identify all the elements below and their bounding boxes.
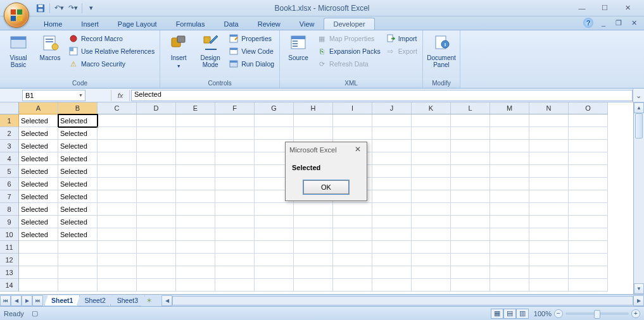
cell[interactable] (176, 140, 215, 152)
cell[interactable] (372, 228, 412, 241)
cell[interactable] (569, 127, 608, 140)
cell[interactable] (569, 140, 608, 152)
cell[interactable] (451, 254, 490, 266)
cell[interactable] (294, 228, 333, 241)
cell[interactable] (98, 241, 137, 254)
cell[interactable] (529, 140, 569, 152)
fx-icon[interactable]: fx (111, 90, 130, 101)
undo-icon[interactable]: ↶▾ (53, 2, 65, 15)
cell[interactable] (569, 114, 608, 127)
row-header[interactable]: 3 (0, 140, 18, 152)
cell[interactable]: Selected (19, 165, 58, 178)
page-layout-view-icon[interactable]: ▤ (503, 309, 516, 319)
cell[interactable] (490, 178, 529, 190)
cell[interactable] (333, 127, 372, 140)
cell[interactable] (569, 152, 608, 165)
select-all-corner[interactable] (0, 102, 19, 114)
cell[interactable] (176, 279, 215, 292)
cell[interactable] (490, 216, 529, 228)
cell[interactable] (215, 127, 255, 140)
cell[interactable] (372, 279, 412, 292)
cell[interactable] (490, 140, 529, 152)
cell[interactable]: Selected (19, 228, 58, 241)
cell[interactable] (333, 228, 372, 241)
cell[interactable] (137, 127, 176, 140)
cell[interactable] (255, 254, 294, 266)
cell[interactable] (372, 203, 412, 216)
cell[interactable] (255, 216, 294, 228)
cell[interactable] (176, 216, 215, 228)
cell[interactable] (255, 114, 294, 127)
cell[interactable] (176, 228, 215, 241)
insert-controls-button[interactable]: Insert▼ (164, 33, 193, 70)
cell[interactable] (98, 216, 137, 228)
cell[interactable]: Selected (58, 190, 98, 203)
cell[interactable] (412, 266, 451, 279)
cell[interactable]: Selected (58, 127, 98, 140)
cell[interactable] (294, 114, 333, 127)
cell[interactable] (529, 279, 569, 292)
cell[interactable]: Selected (58, 203, 98, 216)
page-break-view-icon[interactable]: ▥ (516, 309, 529, 319)
cell[interactable] (58, 266, 98, 279)
cell[interactable] (412, 140, 451, 152)
cell[interactable] (333, 216, 372, 228)
cell[interactable] (412, 114, 451, 127)
tab-data[interactable]: Data (214, 18, 248, 30)
scroll-right-icon[interactable]: ▶ (633, 295, 644, 306)
cell[interactable] (451, 190, 490, 203)
column-header[interactable]: K (412, 102, 451, 114)
column-header[interactable]: L (451, 102, 490, 114)
zoom-in-icon[interactable]: + (631, 309, 640, 318)
cell[interactable]: Selected (19, 127, 58, 140)
cell[interactable] (294, 203, 333, 216)
cell[interactable] (137, 254, 176, 266)
cell[interactable] (529, 127, 569, 140)
cell[interactable]: Selected (58, 216, 98, 228)
cell[interactable] (215, 279, 255, 292)
cell[interactable]: Selected (58, 178, 98, 190)
row-header[interactable]: 8 (0, 203, 18, 216)
row-header[interactable]: 11 (0, 241, 18, 254)
cell[interactable] (98, 190, 137, 203)
cell[interactable] (451, 127, 490, 140)
cell[interactable] (137, 279, 176, 292)
row-header[interactable]: 7 (0, 190, 18, 203)
cell[interactable] (529, 228, 569, 241)
cell[interactable] (529, 114, 569, 127)
cell[interactable]: Selected (58, 165, 98, 178)
column-header[interactable]: C (98, 102, 137, 114)
visual-basic-button[interactable]: Visual Basic (4, 33, 33, 68)
cell[interactable]: Selected (58, 140, 98, 152)
cell[interactable] (176, 266, 215, 279)
cell[interactable] (176, 241, 215, 254)
cell[interactable] (569, 165, 608, 178)
close-icon[interactable]: ✕ (619, 3, 636, 14)
cell[interactable] (98, 178, 137, 190)
column-header[interactable]: B (58, 102, 98, 114)
cell[interactable] (19, 254, 58, 266)
cell[interactable] (490, 254, 529, 266)
cell[interactable] (98, 266, 137, 279)
cell[interactable] (451, 203, 490, 216)
cell[interactable] (215, 165, 255, 178)
expansion-packs-button[interactable]: ⎘Expansion Packs (315, 46, 382, 57)
cell[interactable] (215, 152, 255, 165)
cell[interactable] (372, 266, 412, 279)
cell[interactable] (98, 279, 137, 292)
cell[interactable] (333, 254, 372, 266)
cell[interactable]: Selected (19, 216, 58, 228)
cell[interactable] (451, 165, 490, 178)
cell[interactable] (372, 178, 412, 190)
cell[interactable] (294, 254, 333, 266)
cell[interactable] (490, 165, 529, 178)
column-header[interactable]: A (19, 102, 58, 114)
row-header[interactable]: 5 (0, 165, 18, 178)
cell[interactable] (333, 203, 372, 216)
cell[interactable] (372, 114, 412, 127)
cell[interactable] (294, 241, 333, 254)
cell[interactable] (451, 279, 490, 292)
cell[interactable] (372, 127, 412, 140)
cell[interactable] (333, 114, 372, 127)
cell[interactable] (451, 178, 490, 190)
